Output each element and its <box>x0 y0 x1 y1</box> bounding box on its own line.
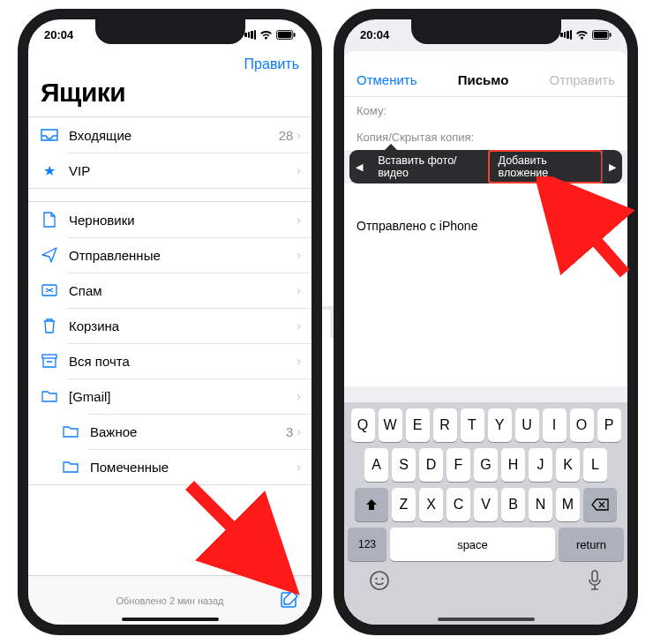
key[interactable]: L <box>583 448 607 482</box>
document-icon <box>39 212 60 228</box>
trash-icon <box>39 318 60 333</box>
row-sent[interactable]: Отправленные › <box>28 237 311 273</box>
key[interactable]: J <box>529 448 552 482</box>
key[interactable]: Y <box>488 408 512 442</box>
keyboard: Q W E R T Y U I O P A S D F G H J K L <box>344 402 627 625</box>
keyboard-bottom-icons <box>344 561 627 595</box>
return-key[interactable]: return <box>559 528 624 561</box>
key[interactable]: G <box>474 448 498 482</box>
to-field[interactable]: Кому: <box>344 97 627 125</box>
row-vip[interactable]: ★ VIP › <box>28 153 311 188</box>
chevron-right-icon: › <box>296 389 301 403</box>
row-label: [Gmail] <box>60 389 296 404</box>
context-menu: ◀ Вставить фото/видео Добавить вложение … <box>349 150 622 183</box>
spam-icon <box>39 284 60 296</box>
row-label: VIP <box>60 163 296 178</box>
key[interactable]: Q <box>351 408 375 442</box>
key[interactable]: I <box>543 408 567 442</box>
key[interactable]: H <box>501 448 525 482</box>
key[interactable]: X <box>419 488 443 521</box>
archivebox-icon <box>39 354 60 368</box>
key[interactable]: K <box>556 448 580 482</box>
key[interactable]: T <box>461 408 484 442</box>
keyboard-row-3: Z X C V B N M <box>344 482 627 521</box>
row-spam[interactable]: Спам › <box>28 273 311 308</box>
key[interactable]: V <box>474 488 498 521</box>
compose-button[interactable] <box>280 589 299 612</box>
key[interactable]: S <box>392 448 416 482</box>
row-drafts[interactable]: Черновики › <box>28 202 311 237</box>
row-label: Важное <box>81 424 286 439</box>
key[interactable]: N <box>529 488 552 521</box>
key[interactable]: M <box>556 488 580 521</box>
insert-photo-button[interactable]: Вставить фото/видео <box>369 150 488 183</box>
key[interactable]: B <box>501 488 525 521</box>
star-icon: ★ <box>39 162 60 179</box>
row-gmail[interactable]: [Gmail] › <box>28 378 311 414</box>
emoji-key-icon[interactable] <box>369 570 390 595</box>
key[interactable]: F <box>447 448 470 482</box>
wifi-icon <box>575 30 589 40</box>
sheet-background-card <box>344 51 627 64</box>
svg-point-11 <box>381 578 383 580</box>
row-label: Входящие <box>60 128 279 143</box>
cancel-button[interactable]: Отменить <box>357 72 417 87</box>
row-allmail[interactable]: Вся почта › <box>28 343 311 378</box>
row-starred[interactable]: Помеченные › <box>28 449 311 484</box>
menu-prev-arrow-icon[interactable]: ◀ <box>349 161 369 173</box>
compose-navbar: Отменить Письмо Отправить <box>344 64 627 97</box>
row-label: Спам <box>60 283 296 298</box>
key[interactable]: P <box>597 408 621 442</box>
key[interactable]: O <box>570 408 594 442</box>
status-time: 20:04 <box>360 28 389 41</box>
row-trash[interactable]: Корзина › <box>28 308 311 343</box>
key[interactable]: U <box>515 408 539 442</box>
compose-title: Письмо <box>458 72 509 87</box>
send-button[interactable]: Отправить <box>550 72 615 87</box>
navbar: Править <box>28 49 311 79</box>
notch <box>411 18 561 44</box>
keyboard-row-2: A S D F G H J K L <box>344 442 627 482</box>
svg-rect-1 <box>278 31 292 37</box>
numbers-key[interactable]: 123 <box>348 528 387 561</box>
row-label: Помеченные <box>81 460 296 475</box>
key[interactable]: E <box>406 408 430 442</box>
folder-icon <box>60 425 81 438</box>
svg-rect-7 <box>594 31 608 37</box>
key[interactable]: W <box>379 408 402 442</box>
phone-left: 20:04 Править Ящики Входящие 28 › <box>18 9 322 635</box>
svg-rect-2 <box>294 33 296 37</box>
status-text: Обновлено 2 мин назад <box>116 595 223 606</box>
key[interactable]: Z <box>392 488 416 521</box>
row-inbox[interactable]: Входящие 28 › <box>28 117 311 153</box>
dictation-key-icon[interactable] <box>587 570 603 595</box>
backspace-key[interactable] <box>583 488 617 521</box>
notch <box>95 18 245 44</box>
key[interactable]: D <box>419 448 443 482</box>
chevron-right-icon: › <box>296 213 301 227</box>
paperplane-icon <box>39 247 60 263</box>
space-key[interactable]: space <box>390 528 555 561</box>
svg-point-9 <box>371 572 388 589</box>
cellular-icon <box>560 30 572 40</box>
key[interactable]: R <box>433 408 457 442</box>
row-label: Корзина <box>60 318 296 333</box>
key[interactable]: A <box>364 448 388 482</box>
compose-body[interactable]: Отправлено с iPhone <box>344 183 627 386</box>
edit-button[interactable]: Править <box>244 56 299 72</box>
chevron-right-icon: › <box>296 460 301 474</box>
home-indicator <box>438 618 535 621</box>
row-label: Черновики <box>60 213 296 228</box>
keyboard-row-4: 123 space return <box>344 521 627 561</box>
svg-point-10 <box>375 578 377 580</box>
cellular-icon <box>244 30 256 40</box>
key[interactable]: C <box>447 488 470 521</box>
row-important[interactable]: Важное 3 › <box>28 414 311 449</box>
chevron-right-icon: › <box>296 128 301 142</box>
chevron-right-icon: › <box>296 354 301 368</box>
chevron-right-icon: › <box>296 318 301 333</box>
shift-key[interactable] <box>355 488 388 521</box>
toolbar: Обновлено 2 мин назад <box>28 575 311 625</box>
menu-next-arrow-icon[interactable]: ▶ <box>603 161 622 173</box>
add-attachment-button[interactable]: Добавить вложение <box>488 150 603 183</box>
